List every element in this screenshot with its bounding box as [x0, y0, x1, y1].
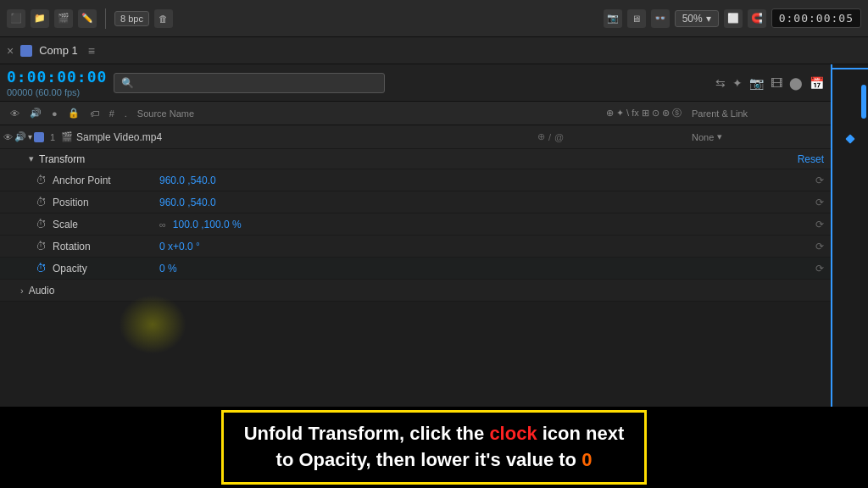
caption-line2: to Opacity, then lower it's value to	[276, 449, 582, 470]
sub-timecode: 00000 (60.00 fps)	[7, 87, 107, 97]
time-controls-row: 0:00:00:00 00000 (60.00 fps) ⇆ ✦ 📷 🎞 ⬤ 📅	[0, 64, 831, 102]
position-value[interactable]: 960.0 ,540.0	[159, 197, 216, 208]
anchor-reset-icon[interactable]: ⟳	[815, 175, 824, 186]
position-clock-icon[interactable]: ⏱	[34, 196, 47, 208]
header-dot1: ●	[48, 108, 61, 119]
zoom-value: 50%	[682, 13, 703, 25]
header-audio: 🔊	[26, 108, 45, 119]
header-switches: ⊕ ✦ \ fx ⊞ ⊙ ⊛ ⓢ	[603, 107, 685, 119]
prop-row-position: ⏱ Position 960.0 ,540.0 ⟳	[0, 191, 831, 214]
caption-zero-highlight: 0	[581, 449, 592, 470]
layer-switches: ⊕ / @	[537, 131, 690, 142]
audio-row: › Audio	[0, 280, 831, 302]
caption-bar: Unfold Transform, click the clock icon n…	[0, 407, 868, 488]
transform-reset-button[interactable]: Reset	[798, 153, 824, 165]
header-eye: 👁	[7, 108, 23, 119]
opacity-clock-icon[interactable]: ⏱	[34, 262, 47, 274]
layer-parent-value: None	[692, 132, 714, 142]
top-toolbar: ⬛ 📁 🎬 ✏️ 8 bpc 🗑 📷 🖥 👓 50% ▾ ⬜ 🧲 0:00:00…	[0, 0, 868, 37]
toolbar-pen[interactable]: ✏️	[78, 9, 97, 28]
rotation-value[interactable]: 0 x+0.0 °	[159, 241, 200, 252]
switch-spiral[interactable]: @	[554, 132, 564, 142]
layer-parent-link: None ▾	[692, 131, 827, 142]
toolbar-glasses[interactable]: 👓	[651, 9, 670, 28]
target-icon[interactable]: ✦	[732, 76, 743, 90]
layer-file-icon: 🎬	[61, 131, 73, 142]
prop-row-scale: ⏱ Scale ∞ 100.0 ,100.0 % ⟳	[0, 214, 831, 236]
toolbar-trash[interactable]: 🗑	[154, 9, 173, 28]
caption-line1-end: icon next	[537, 423, 625, 444]
toolbar-snap[interactable]: 🧲	[748, 9, 766, 28]
scale-label: Scale	[53, 219, 154, 230]
scale-value[interactable]: 100.0 ,100.0 %	[173, 219, 242, 230]
layer-audio-toggle[interactable]: 🔊	[14, 131, 26, 142]
header-source-name: Source Name	[134, 108, 599, 119]
prop-row-anchor-point: ⏱ Anchor Point 960.0 ,540.0 ⟳	[0, 169, 831, 191]
switch-anchor[interactable]: ⊕	[537, 131, 545, 142]
toolbar-new-comp[interactable]: ⬛	[7, 9, 25, 28]
comp-title: Comp 1	[39, 44, 78, 57]
caption-line1-start: Unfold Transform, click the	[244, 423, 490, 444]
transform-header: ▾ Transform Reset	[0, 149, 831, 169]
layer-number: 1	[46, 132, 59, 142]
layer-header: 👁 🔊 ● 🔒 🏷 # . Source Name ⊕ ✦ \ fx ⊞ ⊙ ⊛…	[0, 102, 831, 125]
layer-name-container: 🎬 Sample Video.mp4	[61, 131, 536, 143]
header-parent-link: Parent & Link	[688, 108, 824, 119]
rotation-label: Rotation	[53, 241, 154, 252]
zoom-control[interactable]: 50% ▾	[675, 10, 719, 27]
header-tag: 🏷	[86, 108, 103, 119]
toolbar-sep-1	[105, 8, 106, 29]
camera-icon[interactable]: 📷	[749, 76, 764, 90]
anchor-point-value[interactable]: 960.0 ,540.0	[159, 175, 216, 186]
ball-icon[interactable]: ⬤	[789, 76, 803, 90]
timecode-block: 0:00:00:00 00000 (60.00 fps)	[7, 68, 107, 97]
header-num: #	[106, 108, 118, 119]
anchor-point-label: Anchor Point	[53, 175, 154, 186]
position-reset-icon[interactable]: ⟳	[815, 197, 824, 208]
layer-row-1: 👁 🔊 ▾ 1 🎬 Sample Video.mp4 ⊕ / @ None ▾	[0, 125, 831, 149]
film-icon[interactable]: 🎞	[771, 76, 782, 90]
scale-clock-icon[interactable]: ⏱	[34, 218, 47, 230]
header-lock: 🔒	[64, 108, 83, 119]
comp-color-swatch	[20, 45, 32, 57]
toolbar-region[interactable]: ⬜	[724, 9, 743, 28]
comp-menu-icon[interactable]: ≡	[88, 44, 95, 58]
prop-row-rotation: ⏱ Rotation 0 x+0.0 ° ⟳	[0, 236, 831, 258]
switch-pen[interactable]: /	[548, 132, 551, 142]
transform-label: Transform	[39, 153, 85, 165]
rotation-clock-icon[interactable]: ⏱	[34, 240, 47, 252]
caption-text: Unfold Transform, click the clock icon n…	[244, 421, 625, 474]
comp-close-button[interactable]: ×	[7, 44, 14, 58]
toolbar-preview[interactable]: 🎬	[54, 9, 73, 28]
opacity-value[interactable]: 0 %	[159, 263, 177, 274]
layer-name-text[interactable]: Sample Video.mp4	[76, 131, 162, 143]
transform-expand-arrow[interactable]: ▾	[29, 153, 34, 164]
caption-border-box: Unfold Transform, click the clock icon n…	[221, 410, 648, 485]
opacity-label: Opacity	[53, 263, 154, 274]
layer-expand-arrow[interactable]: ▾	[28, 132, 32, 141]
graph-icon[interactable]: ⇆	[715, 76, 726, 90]
current-timecode[interactable]: 0:00:00:00	[7, 68, 107, 86]
scale-link-icon: ∞	[159, 219, 166, 230]
timeline-scrollbar[interactable]	[861, 85, 866, 119]
toolbar-monitor[interactable]: 🖥	[627, 9, 646, 28]
opacity-reset-icon[interactable]: ⟳	[815, 263, 824, 274]
layer-parent-dropdown[interactable]: ▾	[717, 131, 722, 142]
scale-reset-icon[interactable]: ⟳	[815, 219, 824, 230]
toolbar-open[interactable]: 📁	[31, 9, 49, 28]
anchor-clock-icon[interactable]: ⏱	[34, 174, 47, 186]
comp-tabbar: × Comp 1 ≡	[0, 37, 868, 64]
position-label: Position	[53, 197, 154, 208]
caption-clock-highlight: clock	[489, 423, 537, 444]
zoom-chevron: ▾	[706, 13, 711, 25]
layer-eye-toggle[interactable]: 👁	[3, 132, 13, 142]
timecode-display[interactable]: 0:00:00:05	[771, 8, 861, 28]
time-icons: ⇆ ✦ 📷 🎞 ⬤ 📅	[715, 76, 824, 90]
rotation-reset-icon[interactable]: ⟳	[815, 241, 824, 252]
audio-expand-arrow[interactable]: ›	[20, 286, 24, 296]
calendar-icon[interactable]: 📅	[810, 76, 824, 90]
search-input[interactable]	[114, 73, 385, 93]
toolbar-render[interactable]: 📷	[604, 9, 622, 28]
audio-label: Audio	[29, 285, 55, 297]
bpc-badge[interactable]: 8 bpc	[114, 11, 149, 26]
